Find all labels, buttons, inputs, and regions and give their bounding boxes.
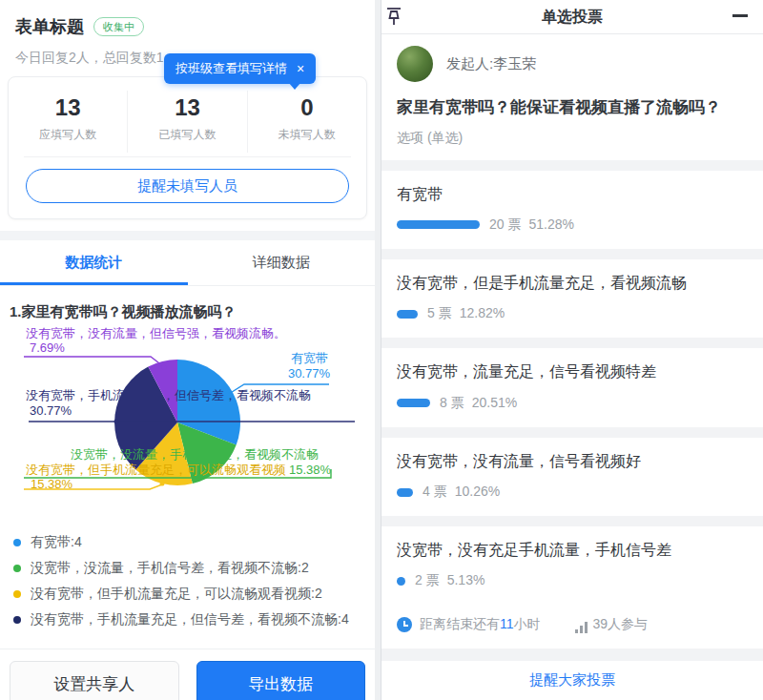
- tab-bar: 数据统计 详细数据: [0, 240, 375, 286]
- remind-section: 提醒大家投票: [382, 661, 763, 700]
- legend-item: 有宽带:4: [13, 534, 365, 551]
- pie-label-navy: 没有宽带，手机流量充足，但信号差，看视频不流畅: [26, 388, 311, 402]
- vote-option-2[interactable]: 没有宽带，但是手机流量充足，看视频流畅 5 票12.82%: [382, 259, 763, 338]
- close-icon[interactable]: ×: [297, 62, 304, 75]
- participants-icon: [575, 622, 588, 633]
- legend-item: 没有宽带，但手机流量充足，可以流畅观看视频:2: [13, 586, 365, 603]
- vote-option-5[interactable]: 没宽带，没有充足手机流量，手机信号差 2 票5.13%: [382, 526, 763, 605]
- form-stats-panel: 表单标题 收集中 今日回复2人，总回复数1 按班级查看填写详情 × 13 应填写…: [0, 0, 375, 700]
- clock-icon: [397, 617, 412, 632]
- option-label: 没有宽带，但是手机流量充足，看视频流畅: [397, 273, 748, 294]
- vote-count: 4 票10.26%: [423, 484, 500, 501]
- pie-label-green-percent: 15.38%: [289, 463, 331, 477]
- vote-option-1[interactable]: 有宽带 20 票51.28%: [382, 171, 763, 249]
- vote-header: 单选投票: [382, 0, 763, 34]
- remind-unfilled-button[interactable]: 提醒未填写人员: [26, 169, 349, 203]
- stat-value: 0: [248, 94, 366, 121]
- tooltip-caret: [289, 83, 300, 90]
- divider: [24, 156, 351, 157]
- pie-label-blue-percent: 30.77%: [288, 366, 330, 381]
- vote-progress-bar: [397, 220, 480, 229]
- vote-intro-section: 发起人:李玉荣 家里有宽带吗？能保证看视频直播了流畅吗？ 选项 (单选): [382, 34, 763, 160]
- option-label: 没有宽带，流量充足，信号看视频特差: [397, 361, 748, 382]
- legend-label: 有宽带:4: [31, 534, 82, 551]
- legend-dot-blue: [13, 539, 21, 546]
- vote-meta-row: 距离结束还有11小时 39人参与: [382, 605, 763, 649]
- stats-card: 13 应填写人数 13 已填写人数 0 未填写人数 提醒未填写人员: [8, 76, 367, 219]
- legend-label: 没有宽带，手机流量充足，但信号差，看视频不流畅:4: [31, 611, 349, 628]
- option-label: 没有宽带，没有流量，信号看视频好: [397, 451, 748, 472]
- stat-label: 未填写人数: [248, 127, 366, 143]
- legend-item: 没有宽带，手机流量充足，但信号差，看视频不流畅:4: [13, 611, 365, 628]
- legend-dot-yellow: [13, 590, 21, 598]
- tooltip-text: 按班级查看填写详情: [175, 60, 287, 77]
- class-detail-tooltip: 按班级查看填写详情 ×: [164, 53, 316, 84]
- panel-divider: [375, 0, 382, 700]
- pie-label-blue: 有宽带: [291, 351, 328, 365]
- vote-option-3[interactable]: 没有宽带，流量充足，信号看视频特差 8 票20.51%: [382, 348, 763, 426]
- collecting-status-badge: 收集中: [93, 17, 144, 36]
- vote-progress-bar: [397, 310, 418, 319]
- tab-data-statistics[interactable]: 数据统计: [0, 240, 188, 285]
- remind-everyone-link[interactable]: 提醒大家投票: [529, 671, 615, 690]
- app-window: 表单标题 收集中 今日回复2人，总回复数1 按班级查看填写详情 × 13 应填写…: [0, 0, 763, 700]
- stat-unfilled: 0 未填写人数: [247, 91, 366, 153]
- vote-count: 8 票20.51%: [440, 395, 517, 412]
- pie-label-green: 没宽带，没流量，手机信号差，看视频不流畅: [71, 447, 319, 462]
- legend-item: 没宽带，没流量，手机信号差，看视频不流畅:2: [13, 560, 365, 577]
- option-label: 没宽带，没有充足手机流量，手机信号差: [397, 540, 748, 561]
- pie-label-purple: 没有宽带，没有流量，但信号强，看视频流畅。: [26, 326, 286, 340]
- chart-legend: 有宽带:4 没宽带，没流量，手机信号差，看视频不流畅:2 没有宽带，但手机流量充…: [0, 520, 375, 645]
- stat-label: 应填写人数: [9, 127, 127, 143]
- pie-chart-area: 没有宽带，没有流量，但信号强，看视频流畅。 7.69% 有宽带 30.77% 没…: [0, 325, 375, 520]
- vote-option-4[interactable]: 没有宽带，没有流量，信号看视频好 4 票10.26%: [382, 438, 763, 516]
- vote-question: 家里有宽带吗？能保证看视频直播了流畅吗？: [397, 95, 748, 120]
- option-label: 有宽带: [397, 184, 748, 205]
- vote-progress-bar: [397, 399, 430, 407]
- options-type-label: 选项 (单选): [397, 130, 748, 147]
- page-title: 单选投票: [382, 8, 763, 28]
- legend-label: 没有宽带，但手机流量充足，可以流畅观看视频:2: [31, 586, 322, 603]
- participants-count: 39人参与: [593, 616, 649, 633]
- chart-question: 1.家里有宽带吗？视频播放流畅吗？: [0, 286, 375, 325]
- pie-label-yellow: 没有宽带，但手机流量充足，可以流畅观看视频: [26, 463, 286, 477]
- stat-value: 13: [9, 94, 127, 121]
- legend-label: 没宽带，没流量，手机信号差，看视频不流畅:2: [31, 560, 309, 577]
- countdown-hours: 11: [500, 616, 514, 631]
- vote-count: 2 票5.13%: [415, 572, 485, 589]
- stat-filled: 13 已填写人数: [127, 91, 246, 153]
- form-title: 表单标题: [15, 15, 84, 38]
- stat-value: 13: [128, 94, 246, 121]
- vote-progress-bar: [397, 577, 405, 586]
- vote-count: 20 票51.28%: [489, 216, 574, 234]
- countdown-text: 距离结束还有11小时: [420, 616, 541, 633]
- pie-label-purple-percent: 7.69%: [30, 340, 65, 355]
- left-footer: 设置共享人 导出数据: [0, 649, 375, 700]
- pie-label-yellow-percent: 15.38%: [31, 477, 72, 491]
- initiator-label: 发起人:李玉荣: [446, 55, 536, 73]
- vote-progress-bar: [397, 488, 413, 497]
- pie-label-navy-percent: 30.77%: [30, 403, 72, 418]
- form-header: 表单标题 收集中 今日回复2人，总回复数1 按班级查看填写详情 ×: [0, 0, 375, 67]
- tab-detailed-data[interactable]: 详细数据: [188, 240, 376, 285]
- stat-label: 已填写人数: [128, 127, 246, 143]
- legend-dot-navy: [13, 616, 21, 624]
- set-sharers-button[interactable]: 设置共享人: [10, 661, 179, 700]
- vote-count: 5 票12.82%: [427, 305, 505, 322]
- legend-dot-green: [13, 565, 21, 572]
- export-data-button[interactable]: 导出数据: [196, 661, 366, 700]
- avatar: [397, 46, 433, 82]
- stat-should-fill: 13 应填写人数: [9, 91, 127, 153]
- minimize-icon[interactable]: [732, 14, 748, 17]
- vote-panel: 单选投票 发起人:李玉荣 家里有宽带吗？能保证看视频直播了流畅吗？ 选项 (单选…: [382, 0, 763, 700]
- section-divider: [0, 231, 375, 240]
